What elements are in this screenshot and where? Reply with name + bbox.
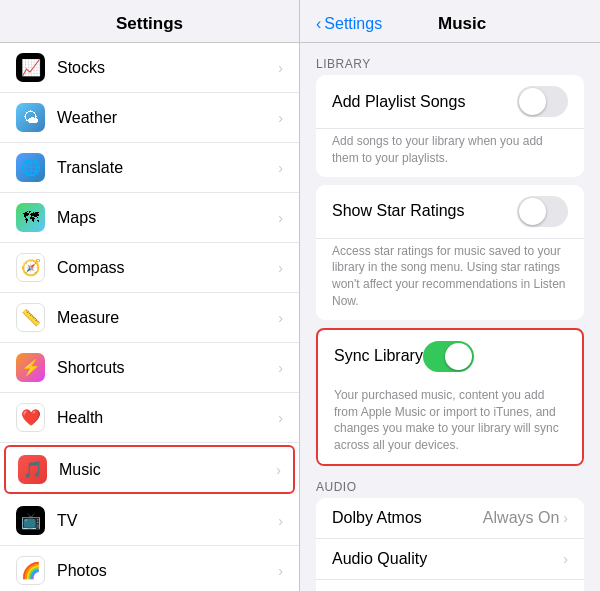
sidebar-item-weather[interactable]: 🌤 Weather › [0,93,299,143]
chevron-right-icon: › [278,410,283,426]
weather-icon: 🌤 [16,103,45,132]
stocks-label: Stocks [57,59,278,77]
eq-item[interactable]: EQ Off› [316,580,584,591]
music-label: Music [59,461,276,479]
compass-icon: 🧭 [16,253,45,282]
left-panel: Settings 📈 Stocks › 🌤 Weather › 🌐 Transl… [0,0,300,591]
sidebar-item-music[interactable]: 🎵 Music › [4,445,295,494]
section-label-audio: AUDIO [300,466,600,498]
translate-icon: 🌐 [16,153,45,182]
audio-quality-item[interactable]: Audio Quality › [316,539,584,580]
sidebar-item-tv[interactable]: 📺 TV › [0,496,299,546]
settings-title: Settings [116,14,183,33]
audio-section: Dolby Atmos Always On› Audio Quality › E… [316,498,584,591]
measure-label: Measure [57,309,278,327]
chevron-right-icon: › [278,60,283,76]
app-container: Settings 📈 Stocks › 🌤 Weather › 🌐 Transl… [0,0,600,591]
sync-library-section: Sync Library Your purchased music, conte… [316,328,584,466]
sidebar-item-measure[interactable]: 📏 Measure › [0,293,299,343]
measure-icon: 📏 [16,303,45,332]
chevron-right-icon: › [278,210,283,226]
sidebar-item-photos[interactable]: 🌈 Photos › [0,546,299,591]
right-content: LIBRARY Add Playlist Songs Add songs to … [300,43,600,591]
weather-label: Weather [57,109,278,127]
sync-library-desc: Your purchased music, content you add fr… [318,383,582,464]
compass-label: Compass [57,259,278,277]
show-star-ratings-toggle[interactable] [517,196,568,227]
add-playlist-songs-desc: Add songs to your library when you add t… [316,129,584,177]
show-star-ratings-desc: Access star ratings for music saved to y… [316,239,584,320]
sidebar-item-maps[interactable]: 🗺 Maps › [0,193,299,243]
health-label: Health [57,409,278,427]
sync-library-toggle[interactable] [423,341,474,372]
add-playlist-section: Add Playlist Songs Add songs to your lib… [316,75,584,177]
dolby-atmos-item[interactable]: Dolby Atmos Always On› [316,498,584,539]
translate-label: Translate [57,159,278,177]
chevron-right-icon: › [276,462,281,478]
maps-icon: 🗺 [16,203,45,232]
settings-list: 📈 Stocks › 🌤 Weather › 🌐 Translate › 🗺 M… [0,43,299,591]
health-icon: ❤️ [16,403,45,432]
chevron-right-icon: › [563,510,568,526]
audio-quality-label: Audio Quality [332,550,559,568]
tv-label: TV [57,512,278,530]
show-star-ratings-section: Show Star Ratings Access star ratings fo… [316,185,584,320]
right-panel-title: Music [390,14,534,34]
right-panel-header: ‹ Settings Music [300,0,600,43]
dolby-atmos-label: Dolby Atmos [332,509,483,527]
chevron-right-icon: › [278,513,283,529]
chevron-right-icon: › [278,360,283,376]
sync-library-label: Sync Library [334,347,423,365]
music-icon: 🎵 [18,455,47,484]
stocks-icon: 📈 [16,53,45,82]
chevron-right-icon: › [278,160,283,176]
chevron-right-icon: › [278,110,283,126]
chevron-right-icon: › [278,310,283,326]
photos-label: Photos [57,562,278,580]
chevron-right-icon: › [563,551,568,567]
add-playlist-songs-toggle[interactable] [517,86,568,117]
maps-label: Maps [57,209,278,227]
back-label: Settings [324,15,382,33]
sidebar-item-translate[interactable]: 🌐 Translate › [0,143,299,193]
show-star-ratings-label: Show Star Ratings [332,202,517,220]
back-button[interactable]: ‹ Settings [316,15,382,33]
photos-icon: 🌈 [16,556,45,585]
sync-library-item[interactable]: Sync Library [318,330,582,383]
dolby-atmos-value: Always On [483,509,559,527]
section-label-library: LIBRARY [300,43,600,75]
sidebar-item-health[interactable]: ❤️ Health › [0,393,299,443]
sidebar-item-shortcuts[interactable]: ⚡ Shortcuts › [0,343,299,393]
chevron-left-icon: ‹ [316,15,321,33]
shortcuts-label: Shortcuts [57,359,278,377]
add-playlist-songs-item[interactable]: Add Playlist Songs [316,75,584,129]
shortcuts-icon: ⚡ [16,353,45,382]
chevron-right-icon: › [278,563,283,579]
right-panel: ‹ Settings Music LIBRARY Add Playlist So… [300,0,600,591]
add-playlist-songs-label: Add Playlist Songs [332,93,517,111]
left-header: Settings [0,0,299,43]
sidebar-item-compass[interactable]: 🧭 Compass › [0,243,299,293]
tv-icon: 📺 [16,506,45,535]
sidebar-item-stocks[interactable]: 📈 Stocks › [0,43,299,93]
show-star-ratings-item[interactable]: Show Star Ratings [316,185,584,239]
chevron-right-icon: › [278,260,283,276]
